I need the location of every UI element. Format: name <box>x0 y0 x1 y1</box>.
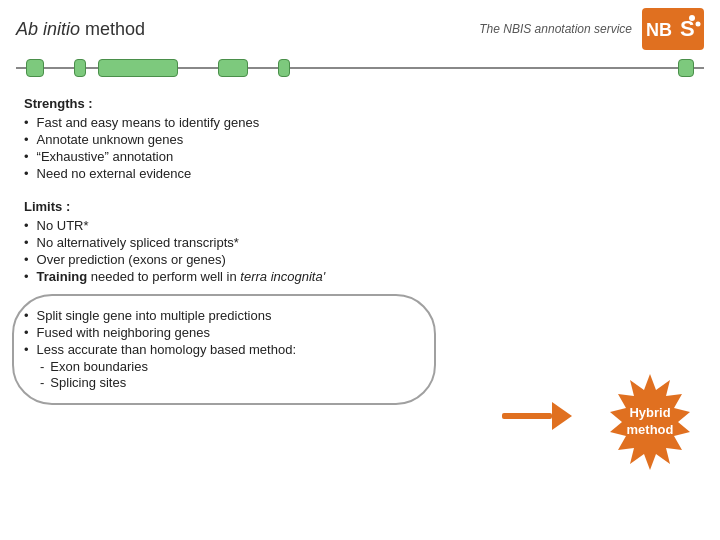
hybrid-label: Hybridmethod <box>627 405 674 439</box>
list-item: No alternatively spliced transcripts* <box>24 235 696 250</box>
list-item: Over prediction (exons or genes) <box>24 252 696 267</box>
list-item: Exon boundaries <box>40 359 696 374</box>
list-item: Need no external evidence <box>24 166 696 181</box>
intron-3 <box>178 67 218 69</box>
page-title: Ab initio method <box>16 19 145 40</box>
subtitle-label: The NBIS annotation service <box>479 22 632 36</box>
list-item: Annotate unknown genes <box>24 132 696 147</box>
list-item: No UTR* <box>24 218 696 233</box>
intron-5 <box>290 67 678 69</box>
limits-section: Limits : No UTR* No alternatively splice… <box>24 199 696 284</box>
page-header: Ab initio method The NBIS annotation ser… <box>0 0 720 54</box>
main-content: Strengths : Fast and easy means to ident… <box>0 96 720 397</box>
intron-1 <box>44 67 74 69</box>
gene-model-track <box>0 54 720 82</box>
oval-section: Split single gene into multiple predicti… <box>24 302 696 397</box>
svg-text:NB: NB <box>646 20 672 40</box>
list-item: Less accurate than homology based method… <box>24 342 696 357</box>
list-item: Splicing sites <box>40 375 696 390</box>
header-right: The NBIS annotation service NB S <box>479 8 704 50</box>
sub-list: Exon boundaries Splicing sites <box>40 359 696 390</box>
limits-title: Limits : <box>24 199 696 214</box>
list-item: Fused with neighboring genes <box>24 325 696 340</box>
list-item: Split single gene into multiple predicti… <box>24 308 696 323</box>
limits-list: No UTR* No alternatively spliced transcr… <box>24 218 696 284</box>
exon-3 <box>98 59 178 77</box>
intron-2 <box>86 67 98 69</box>
arrow-container <box>502 402 572 430</box>
gene-model <box>16 54 704 82</box>
list-item: “Exhaustive” annotation <box>24 149 696 164</box>
strengths-title: Strengths : <box>24 96 696 111</box>
exon-5 <box>278 59 290 77</box>
svg-point-3 <box>689 15 695 21</box>
svg-point-4 <box>696 22 701 27</box>
list-item: Fast and easy means to identify genes <box>24 115 696 130</box>
arrow-head <box>552 402 572 430</box>
exon-1 <box>26 59 44 77</box>
strengths-list: Fast and easy means to identify genes An… <box>24 115 696 181</box>
nbis-logo: NB S <box>642 8 704 50</box>
strengths-section: Strengths : Fast and easy means to ident… <box>24 96 696 181</box>
exon-2 <box>74 59 86 77</box>
list-item: Training needed to perform well in terra… <box>24 269 696 284</box>
hybrid-burst: Hybridmethod <box>600 372 700 472</box>
intron-4 <box>248 67 278 69</box>
exon-6 <box>678 59 694 77</box>
arrow-shaft <box>502 413 552 419</box>
exon-4 <box>218 59 248 77</box>
bottom-list: Split single gene into multiple predicti… <box>24 308 696 357</box>
